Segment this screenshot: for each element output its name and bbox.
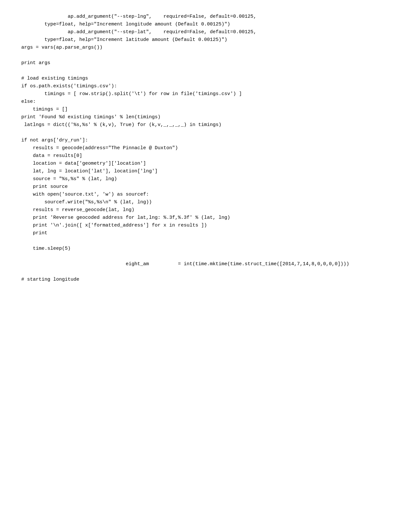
code-display: ap.add_argument("--step-lng", required=F… — [10, 13, 401, 284]
